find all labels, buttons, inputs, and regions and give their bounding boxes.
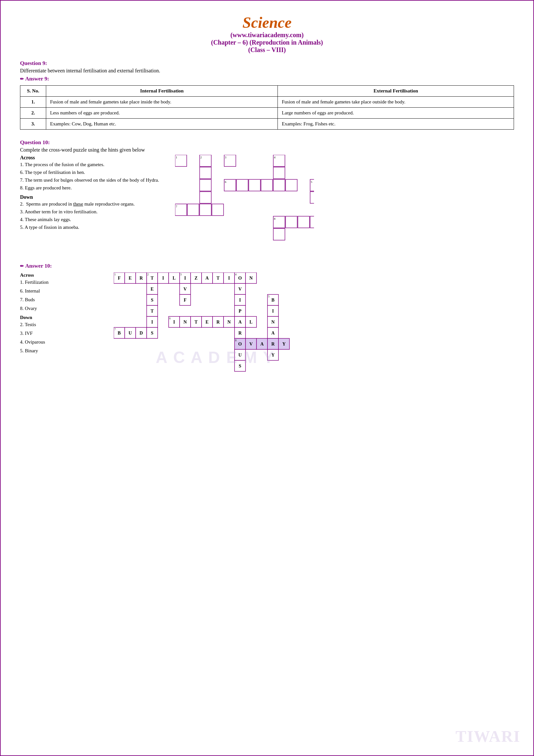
q10-label: Question 10: [20, 139, 514, 146]
svg-text:4: 4 [274, 156, 276, 159]
svg-text:L: L [249, 320, 252, 325]
svg-text:I: I [272, 309, 274, 313]
table-row: 1. Fusion of male and female gametes tak… [20, 97, 514, 108]
svg-text:U: U [129, 331, 132, 336]
svg-text:V: V [249, 342, 253, 346]
svg-text:N: N [249, 276, 253, 281]
answer10-content: Across 1. Fertilization 6. Internal 7. B… [20, 273, 514, 396]
svg-rect-32 [273, 229, 285, 240]
svg-text:7: 7 [114, 328, 116, 331]
svg-text:I: I [239, 298, 241, 303]
svg-text:I: I [228, 276, 230, 281]
svg-text:Y: Y [282, 342, 286, 346]
svg-text:T: T [216, 276, 220, 281]
svg-text:R: R [271, 342, 275, 346]
svg-text:A: A [205, 276, 209, 281]
svg-text:R: R [239, 331, 242, 336]
svg-text:N: N [227, 320, 231, 325]
question10-section: Question 10: Complete the cross-word puz… [20, 139, 514, 396]
svg-text:T: T [151, 309, 154, 313]
q10-content: Across 1. The process of the fusion of t… [20, 155, 514, 256]
svg-text:D: D [140, 331, 143, 336]
answer-down-title: Down [20, 315, 104, 320]
a10-label: Answer 10: [20, 263, 514, 269]
answer-crossword-svg: .acell { fill: white; stroke: #800080; s… [114, 273, 333, 395]
svg-text:L: L [172, 276, 175, 281]
svg-text:6: 6 [169, 317, 170, 320]
svg-rect-20 [200, 192, 211, 203]
hint-down-3: 3. Another term for in vitro fertilisati… [20, 208, 169, 216]
chapter-label: (Chapter – 6) (Reproduction in Animals) [20, 39, 514, 46]
across-hints: Across 1. The process of the fusion of t… [20, 155, 169, 192]
svg-text:A: A [271, 331, 275, 336]
svg-text:O: O [239, 342, 242, 346]
svg-rect-23 [187, 204, 199, 216]
svg-text:B: B [117, 331, 120, 336]
col-header-sno: S. No. [20, 86, 46, 97]
answer10-grid: .acell { fill: white; stroke: #800080; s… [114, 273, 514, 396]
page-header: Science (www.tiwariacademy.com) (Chapter… [20, 14, 514, 54]
answer-across-1: 1. Fertilization [20, 278, 104, 287]
hint-across-1: 1. The process of the fusion of the game… [20, 161, 169, 168]
svg-rect-10 [200, 179, 211, 191]
row1-external: Fusion of male and female gametes take p… [278, 97, 514, 108]
svg-text:F: F [118, 276, 121, 281]
row3-external: Examples: Frog, Fishes etc. [278, 119, 514, 130]
svg-text:3: 3 [180, 273, 182, 276]
table-row: 3. Examples: Cow, Dog, Human etc. Exampl… [20, 119, 514, 130]
svg-rect-13 [237, 179, 248, 191]
down-hints: Down 2. Sperms are produced in these mal… [20, 194, 169, 231]
svg-text:F: F [184, 298, 187, 303]
svg-text:E: E [205, 320, 208, 325]
svg-text:B: B [271, 298, 274, 303]
differentiation-table: S. No. Internal Fertilisation External F… [20, 85, 514, 130]
down-title: Down [20, 194, 169, 200]
col-header-external: External Fertilisation [278, 86, 514, 97]
svg-text:S: S [151, 298, 153, 303]
a9-label: Answer 9: [20, 76, 514, 82]
svg-text:6: 6 [225, 180, 226, 184]
svg-text:5: 5 [311, 180, 312, 184]
svg-text:5: 5 [268, 295, 269, 298]
svg-text:I: I [151, 320, 153, 325]
svg-text:I: I [162, 276, 164, 281]
website-label: (www.tiwariacademy.com) [20, 31, 514, 39]
svg-text:E: E [129, 276, 132, 281]
answer-down-3: 3. IVF [20, 329, 104, 338]
svg-rect-25 [212, 204, 223, 216]
svg-rect-30 [298, 216, 310, 228]
row2-external: Large numbers of eggs are produced. [278, 108, 514, 119]
answer-across-title: Across [20, 273, 104, 278]
hint-down-2: 2. Sperms are produced in these male rep… [20, 200, 169, 208]
row1-sno: 1. [20, 97, 46, 108]
answer-across-8: 8. Ovary [20, 304, 104, 313]
svg-text:7: 7 [176, 205, 177, 208]
svg-text:2: 2 [200, 156, 202, 159]
svg-text:A C A D E M Y: A C A D E M Y [156, 348, 275, 366]
svg-text:T: T [151, 276, 154, 281]
svg-text:8: 8 [274, 217, 276, 220]
hint-across-6: 6. The type of fertilisation in hen. [20, 168, 169, 176]
svg-rect-14 [249, 179, 260, 191]
svg-text:N: N [271, 320, 275, 325]
svg-text:N: N [184, 320, 187, 325]
q10-text: Complete the cross-word puzzle using the… [20, 147, 514, 153]
svg-rect-24 [200, 204, 211, 216]
svg-rect-29 [286, 216, 297, 228]
q9-text: Differentiate between internal fertilisa… [20, 68, 514, 74]
svg-text:R: R [216, 320, 220, 325]
row3-internal: Examples: Cow, Dog, Human etc. [46, 119, 278, 130]
svg-rect-17 [286, 179, 297, 191]
answer-down-4: 4. Oviparous [20, 338, 104, 346]
svg-rect-26 [310, 192, 314, 203]
answer-down-5: 5. Binary [20, 346, 104, 355]
svg-text:O: O [239, 276, 242, 281]
q9-label: Question 9: [20, 60, 514, 67]
class-label: (Class – VIII) [20, 46, 514, 54]
svg-text:I: I [184, 276, 186, 281]
question9-section: Question 9: Differentiate between intern… [20, 60, 514, 82]
page: Science (www.tiwariacademy.com) (Chapter… [0, 0, 534, 756]
across-title: Across [20, 155, 169, 161]
table-row: 2. Less numbers of eggs are produced. La… [20, 108, 514, 119]
svg-text:4: 4 [235, 273, 237, 276]
